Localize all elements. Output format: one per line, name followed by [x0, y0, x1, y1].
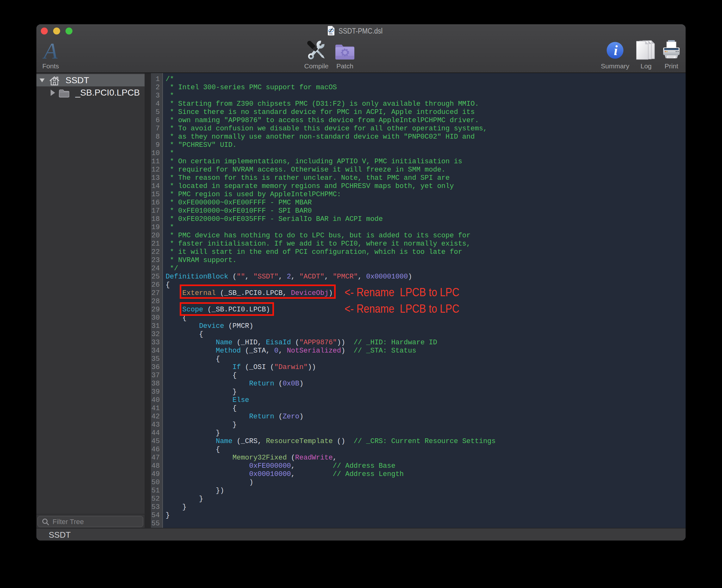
svg-text:A: A	[42, 41, 58, 62]
svg-text:i: i	[614, 43, 618, 58]
svg-text:DSL: DSL	[330, 33, 333, 35]
